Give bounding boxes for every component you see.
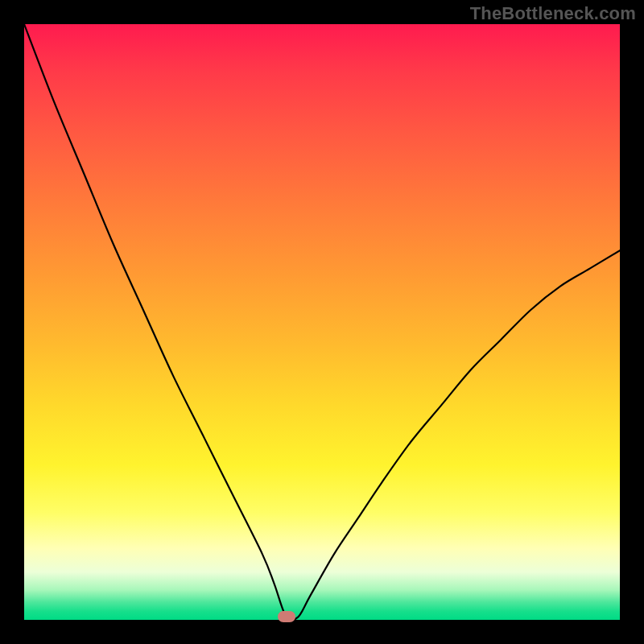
bottleneck-curve (24, 24, 620, 620)
plot-area (24, 24, 620, 620)
chart-frame: TheBottleneck.com (0, 0, 644, 644)
optimal-point-marker (278, 611, 295, 622)
watermark-text: TheBottleneck.com (470, 3, 636, 24)
